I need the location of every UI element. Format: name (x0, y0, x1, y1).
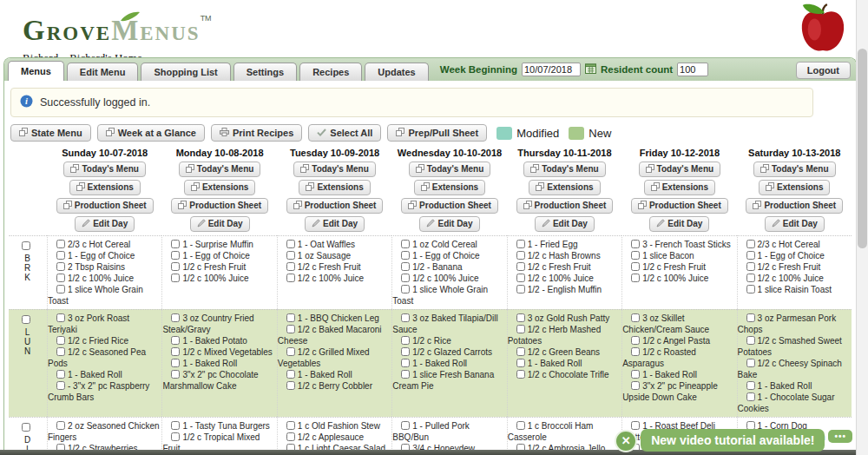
today-s-menu-button[interactable]: Today's Menu (523, 162, 606, 177)
toast-close-icon[interactable]: ✕ (615, 430, 637, 452)
menu-item-checkbox[interactable] (171, 336, 180, 345)
tab-updates[interactable]: Updates (365, 63, 428, 81)
menu-item-checkbox[interactable] (746, 359, 755, 367)
menu-item-checkbox[interactable] (56, 347, 65, 356)
calendar-icon[interactable] (585, 63, 596, 76)
menu-item-checkbox[interactable] (56, 313, 65, 322)
resident-count-input[interactable] (677, 63, 708, 76)
menu-item-checkbox[interactable] (286, 325, 295, 333)
menu-item-checkbox[interactable] (286, 240, 295, 248)
menu-item-checkbox[interactable] (56, 370, 65, 379)
edit-day-button[interactable]: Edit Day (190, 216, 250, 232)
production-sheet-button[interactable]: Production Sheet (171, 198, 268, 214)
menu-item-checkbox[interactable] (171, 274, 180, 282)
menu-item-checkbox[interactable] (516, 370, 525, 379)
production-sheet-button[interactable]: Production Sheet (56, 198, 154, 214)
menu-item-checkbox[interactable] (171, 370, 180, 379)
menu-item-checkbox[interactable] (171, 262, 180, 271)
extensions-button[interactable]: Extensions (529, 180, 600, 195)
menu-item-checkbox[interactable] (516, 262, 525, 271)
menu-item-checkbox[interactable] (746, 381, 755, 390)
menu-item-checkbox[interactable] (286, 381, 295, 390)
today-s-menu-button[interactable]: Today's Menu (639, 162, 721, 177)
menu-item-checkbox[interactable] (56, 251, 65, 260)
menu-item-checkbox[interactable] (171, 347, 180, 356)
menu-item-checkbox[interactable] (631, 381, 640, 390)
tab-menus[interactable]: Menus (8, 61, 64, 81)
logout-button[interactable]: Logout (796, 62, 851, 79)
section-checkbox[interactable] (22, 315, 30, 324)
menu-item-checkbox[interactable] (401, 251, 410, 260)
edit-day-button[interactable]: Edit Day (649, 216, 709, 232)
menu-item-checkbox[interactable] (516, 251, 525, 260)
menu-item-checkbox[interactable] (401, 421, 410, 430)
menu-item-checkbox[interactable] (516, 313, 525, 322)
tab-shopping-list[interactable]: Shopping List (141, 63, 230, 81)
week-beginning-input[interactable] (522, 63, 581, 76)
production-sheet-button[interactable]: Production Sheet (631, 198, 728, 214)
menu-item-checkbox[interactable] (286, 432, 295, 441)
menu-item-checkbox[interactable] (746, 285, 755, 293)
menu-item-checkbox[interactable] (746, 251, 755, 260)
state-menu-button[interactable]: State Menu (10, 124, 91, 142)
extensions-button[interactable]: Extensions (299, 180, 370, 195)
menu-item-checkbox[interactable] (171, 421, 180, 430)
today-s-menu-button[interactable]: Today's Menu (409, 162, 491, 177)
menu-item-checkbox[interactable] (171, 313, 180, 322)
menu-item-checkbox[interactable] (631, 370, 640, 379)
print-recipes-button[interactable]: Print Recipes (211, 124, 302, 142)
vertical-scrollbar[interactable] (856, 0, 868, 455)
toast-more-button[interactable]: ••• (828, 430, 852, 443)
menu-item-checkbox[interactable] (401, 240, 410, 248)
prep-pull-sheet-button[interactable]: Prep/Pull Sheet (387, 124, 487, 142)
edit-day-button[interactable]: Edit Day (419, 216, 479, 232)
extensions-button[interactable]: Extensions (69, 180, 141, 195)
today-s-menu-button[interactable]: Today's Menu (63, 162, 146, 177)
menu-item-checkbox[interactable] (516, 325, 525, 333)
menu-item-checkbox[interactable] (286, 262, 295, 271)
menu-item-checkbox[interactable] (401, 370, 410, 379)
menu-item-checkbox[interactable] (631, 347, 640, 356)
menu-item-checkbox[interactable] (516, 240, 525, 248)
menu-item-checkbox[interactable] (516, 285, 525, 293)
today-s-menu-button[interactable]: Today's Menu (753, 162, 836, 177)
menu-item-checkbox[interactable] (516, 274, 525, 282)
menu-item-checkbox[interactable] (631, 274, 640, 282)
extensions-button[interactable]: Extensions (759, 180, 830, 195)
tab-recipes[interactable]: Recipes (299, 63, 362, 81)
scrollbar-thumb[interactable] (858, 49, 867, 248)
menu-item-checkbox[interactable] (746, 262, 755, 271)
menu-item-checkbox[interactable] (286, 274, 295, 282)
menu-item-checkbox[interactable] (286, 251, 295, 260)
section-checkbox[interactable] (22, 241, 30, 250)
extensions-button[interactable]: Extensions (414, 180, 485, 195)
production-sheet-button[interactable]: Production Sheet (516, 198, 614, 214)
menu-item-checkbox[interactable] (746, 240, 755, 248)
production-sheet-button[interactable]: Production Sheet (746, 198, 843, 214)
menu-item-checkbox[interactable] (286, 347, 295, 356)
menu-item-checkbox[interactable] (746, 274, 755, 282)
menu-item-checkbox[interactable] (401, 347, 410, 356)
menu-item-checkbox[interactable] (631, 251, 640, 260)
menu-item-checkbox[interactable] (171, 359, 180, 367)
menu-item-checkbox[interactable] (401, 336, 410, 345)
tab-edit-menu[interactable]: Edit Menu (67, 63, 139, 81)
tab-settings[interactable]: Settings (233, 63, 297, 81)
production-sheet-button[interactable]: Production Sheet (401, 198, 498, 214)
menu-item-checkbox[interactable] (746, 392, 755, 401)
menu-item-checkbox[interactable] (171, 251, 180, 260)
menu-item-checkbox[interactable] (401, 359, 410, 367)
menu-item-checkbox[interactable] (401, 313, 410, 322)
menu-item-checkbox[interactable] (171, 240, 180, 248)
menu-item-checkbox[interactable] (56, 262, 65, 271)
menu-item-checkbox[interactable] (56, 381, 65, 390)
section-checkbox[interactable] (22, 423, 30, 432)
menu-item-checkbox[interactable] (516, 359, 525, 367)
edit-day-button[interactable]: Edit Day (305, 216, 365, 232)
menu-item-checkbox[interactable] (286, 421, 295, 430)
menu-item-checkbox[interactable] (56, 336, 65, 345)
menu-item-checkbox[interactable] (401, 262, 410, 271)
menu-item-checkbox[interactable] (401, 274, 410, 282)
edit-day-button[interactable]: Edit Day (75, 216, 135, 232)
today-s-menu-button[interactable]: Today's Menu (179, 162, 261, 177)
